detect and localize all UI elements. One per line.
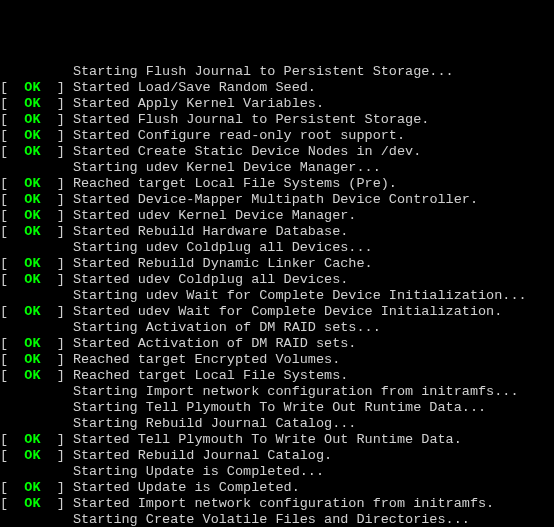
bracket-close: ] (41, 128, 73, 143)
boot-message: Started Configure read-only root support… (73, 128, 405, 143)
status-ok: OK (24, 368, 40, 383)
bracket-open: [ (0, 192, 24, 207)
status-ok: OK (24, 112, 40, 127)
boot-log-line: Starting udev Wait for Complete Device I… (0, 288, 554, 304)
boot-message: Started Load/Save Random Seed. (73, 80, 316, 95)
bracket-close: ] (41, 208, 73, 223)
boot-message: Starting Update is Completed... (0, 464, 324, 479)
boot-log-line: [ OK ] Reached target Local File Systems… (0, 368, 554, 384)
boot-log-line: Starting udev Kernel Device Manager... (0, 160, 554, 176)
bracket-close: ] (41, 432, 73, 447)
boot-log-line: [ OK ] Started udev Coldplug all Devices… (0, 272, 554, 288)
bracket-close: ] (41, 336, 73, 351)
boot-log-line: [ OK ] Started Import network configurat… (0, 496, 554, 512)
boot-message: Starting Tell Plymouth To Write Out Runt… (0, 400, 486, 415)
bracket-open: [ (0, 272, 24, 287)
boot-message: Started Rebuild Hardware Database. (73, 224, 348, 239)
bracket-open: [ (0, 128, 24, 143)
boot-log-line: Starting Rebuild Journal Catalog... (0, 416, 554, 432)
boot-message: Starting Activation of DM RAID sets... (0, 320, 381, 335)
boot-message: Starting udev Coldplug all Devices... (0, 240, 373, 255)
boot-log-terminal: Starting Flush Journal to Persistent Sto… (0, 64, 554, 527)
boot-log-line: Starting Flush Journal to Persistent Sto… (0, 64, 554, 80)
bracket-open: [ (0, 208, 24, 223)
bracket-open: [ (0, 112, 24, 127)
boot-log-line: [ OK ] Started Configure read-only root … (0, 128, 554, 144)
bracket-close: ] (41, 496, 73, 511)
boot-log-line: [ OK ] Reached target Local File Systems… (0, 176, 554, 192)
status-ok: OK (24, 432, 40, 447)
boot-message: Started Rebuild Journal Catalog. (73, 448, 332, 463)
status-ok: OK (24, 352, 40, 367)
status-ok: OK (24, 336, 40, 351)
boot-message: Starting udev Wait for Complete Device I… (0, 288, 527, 303)
status-ok: OK (24, 96, 40, 111)
bracket-close: ] (41, 368, 73, 383)
boot-log-line: [ OK ] Started udev Kernel Device Manage… (0, 208, 554, 224)
boot-log-line: [ OK ] Started udev Wait for Complete De… (0, 304, 554, 320)
boot-log-line: Starting Update is Completed... (0, 464, 554, 480)
status-ok: OK (24, 208, 40, 223)
bracket-close: ] (41, 80, 73, 95)
boot-log-line: [ OK ] Started Rebuild Dynamic Linker Ca… (0, 256, 554, 272)
bracket-open: [ (0, 304, 24, 319)
status-ok: OK (24, 496, 40, 511)
boot-message: Reached target Local File Systems. (73, 368, 348, 383)
bracket-open: [ (0, 496, 24, 511)
boot-message: Starting Create Volatile Files and Direc… (0, 512, 470, 527)
boot-message: Started Device-Mapper Multipath Device C… (73, 192, 478, 207)
bracket-open: [ (0, 176, 24, 191)
bracket-open: [ (0, 480, 24, 495)
bracket-close: ] (41, 112, 73, 127)
boot-log-line: [ OK ] Started Flush Journal to Persiste… (0, 112, 554, 128)
status-ok: OK (24, 448, 40, 463)
boot-message: Started Rebuild Dynamic Linker Cache. (73, 256, 373, 271)
status-ok: OK (24, 256, 40, 271)
bracket-close: ] (41, 256, 73, 271)
boot-message: Started Create Static Device Nodes in /d… (73, 144, 421, 159)
boot-message: Reached target Local File Systems (Pre). (73, 176, 397, 191)
boot-message: Starting udev Kernel Device Manager... (0, 160, 381, 175)
boot-log-line: Starting Activation of DM RAID sets... (0, 320, 554, 336)
boot-log-line: [ OK ] Started Rebuild Journal Catalog. (0, 448, 554, 464)
status-ok: OK (24, 80, 40, 95)
bracket-close: ] (41, 192, 73, 207)
bracket-open: [ (0, 144, 24, 159)
boot-log-line: [ OK ] Started Rebuild Hardware Database… (0, 224, 554, 240)
bracket-close: ] (41, 144, 73, 159)
bracket-close: ] (41, 304, 73, 319)
bracket-open: [ (0, 80, 24, 95)
bracket-close: ] (41, 96, 73, 111)
bracket-open: [ (0, 448, 24, 463)
bracket-close: ] (41, 448, 73, 463)
boot-message: Started Update is Completed. (73, 480, 300, 495)
boot-message: Started udev Kernel Device Manager. (73, 208, 357, 223)
status-ok: OK (24, 224, 40, 239)
boot-message: Started Activation of DM RAID sets. (73, 336, 357, 351)
bracket-open: [ (0, 352, 24, 367)
bracket-close: ] (41, 352, 73, 367)
boot-log-line: [ OK ] Started Tell Plymouth To Write Ou… (0, 432, 554, 448)
boot-log-line: Starting Create Volatile Files and Direc… (0, 512, 554, 527)
boot-log-line: [ OK ] Started Update is Completed. (0, 480, 554, 496)
status-ok: OK (24, 480, 40, 495)
boot-log-line: [ OK ] Started Activation of DM RAID set… (0, 336, 554, 352)
boot-log-line: Starting Tell Plymouth To Write Out Runt… (0, 400, 554, 416)
boot-log-line: Starting Import network configuration fr… (0, 384, 554, 400)
bracket-open: [ (0, 368, 24, 383)
status-ok: OK (24, 304, 40, 319)
status-ok: OK (24, 144, 40, 159)
bracket-close: ] (41, 224, 73, 239)
boot-message: Starting Flush Journal to Persistent Sto… (0, 64, 454, 79)
boot-message: Starting Import network configuration fr… (0, 384, 518, 399)
bracket-close: ] (41, 176, 73, 191)
bracket-close: ] (41, 272, 73, 287)
bracket-open: [ (0, 256, 24, 271)
bracket-close: ] (41, 480, 73, 495)
status-ok: OK (24, 176, 40, 191)
boot-log-line: [ OK ] Reached target Encrypted Volumes. (0, 352, 554, 368)
status-ok: OK (24, 128, 40, 143)
boot-message: Started Apply Kernel Variables. (73, 96, 324, 111)
bracket-open: [ (0, 336, 24, 351)
bracket-open: [ (0, 96, 24, 111)
